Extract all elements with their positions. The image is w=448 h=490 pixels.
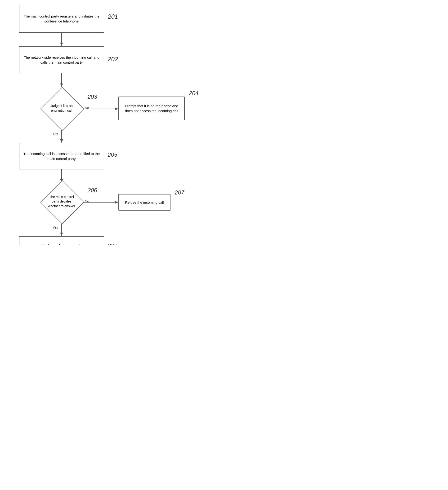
step-205-text: The incoming call is accessed and notifi… xyxy=(22,151,101,161)
svg-marker-13 xyxy=(60,233,63,236)
step-205-label: 205 xyxy=(108,151,117,158)
branch-yes-2: Yes xyxy=(53,226,58,229)
step-208-text: Join in the conference telephone xyxy=(36,243,87,245)
branch-yes-1: Yes xyxy=(53,132,58,136)
step-201-text: The main control party registers and ini… xyxy=(22,14,101,24)
flowchart: The main control party registers and ini… xyxy=(0,0,224,245)
step-206-label: 206 xyxy=(88,187,97,193)
step-201-label: 201 xyxy=(108,13,118,20)
step-207-text: Refuse the incoming call xyxy=(125,200,164,205)
step-206-diamond: The main control party decides whether t… xyxy=(40,180,83,223)
svg-marker-5 xyxy=(115,107,118,110)
svg-marker-1 xyxy=(60,43,63,46)
step-203-text: Judge if it is an encryption call xyxy=(47,104,76,113)
step-205-box: The incoming call is accessed and notifi… xyxy=(19,143,104,169)
svg-marker-7 xyxy=(60,139,63,143)
svg-marker-11 xyxy=(115,201,118,204)
step-206-container: The main control party decides whether t… xyxy=(40,180,83,223)
step-203-label: 203 xyxy=(88,94,97,100)
branch-no-1: No xyxy=(85,106,89,110)
step-207-box: Refuse the incoming call xyxy=(118,194,170,210)
step-204-box: Prompt that it is on the phone and does … xyxy=(118,96,185,120)
arrows-svg xyxy=(0,0,224,245)
step-208-box: Join in the conference telephone xyxy=(19,236,104,245)
svg-marker-3 xyxy=(60,84,63,87)
branch-no-2: No xyxy=(85,200,89,203)
step-204-label: 204 xyxy=(189,90,198,96)
step-203-diamond: Judge if it is an encryption call xyxy=(40,87,83,130)
step-206-text: The main control party decides whether t… xyxy=(47,195,76,209)
step-204-text: Prompt that it is on the phone and does … xyxy=(122,103,181,113)
step-202-box: The network side receives the incoming c… xyxy=(19,46,104,73)
step-207-label: 207 xyxy=(175,189,184,196)
step-202-label: 202 xyxy=(108,56,118,63)
step-208-label: 208 xyxy=(108,243,117,245)
step-202-text: The network side receives the incoming c… xyxy=(22,55,101,65)
step-201-box: The main control party registers and ini… xyxy=(19,5,104,33)
step-203-container: Judge if it is an encryption call xyxy=(40,87,83,130)
